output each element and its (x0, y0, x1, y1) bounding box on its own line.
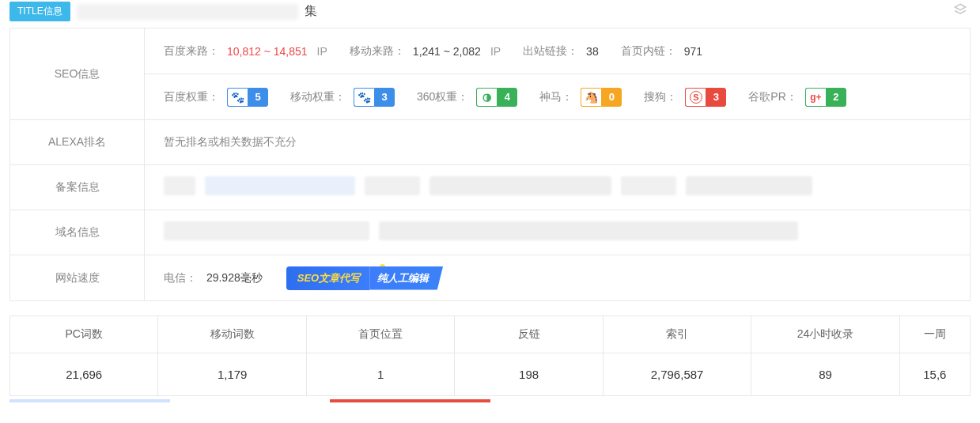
rank-value: 4 (497, 88, 517, 107)
stats-header-cell[interactable]: PC词数 (10, 316, 158, 353)
isp-label: 电信： (164, 271, 197, 284)
promo-badge[interactable]: SEO文章代写 纯人工编辑 (286, 266, 443, 290)
redacted-block (164, 221, 369, 240)
google-pr: 谷歌PR： g+ 2 (748, 88, 846, 107)
seo-section-label: SEO信息 (10, 28, 145, 119)
rank-value: 3 (374, 88, 395, 107)
stats-value-cell[interactable]: 198 (455, 353, 603, 395)
alexa-content: 暂无排名或相关数据不充分 (145, 120, 970, 164)
metric-label: 神马： (539, 90, 573, 104)
stats-header-cell[interactable]: 首页位置 (307, 316, 455, 353)
speed-metric: 电信： 29.928毫秒 (164, 271, 263, 285)
beian-row: 备案信息 (10, 165, 970, 210)
baidu-rank: 百度权重： 🐾 5 (164, 88, 268, 107)
ip-unit: IP (490, 45, 501, 58)
alexa-label: ALEXA排名 (10, 120, 145, 164)
redacted-block (379, 221, 798, 240)
metric-label: 出站链接： (523, 44, 578, 59)
redacted-block (429, 176, 611, 195)
stats-header-cell[interactable]: 一周 (900, 316, 970, 353)
tab-indicator[interactable] (9, 399, 170, 402)
q360-rank-badge[interactable]: ◑ 4 (476, 88, 517, 107)
tab-indicator[interactable] (330, 399, 490, 402)
title-suffix: 集 (305, 3, 317, 20)
stats-header-cell[interactable]: 移动词数 (158, 316, 306, 353)
baidu-traffic: 百度来路： 10,812 ~ 14,851 IP (164, 44, 327, 59)
metric-value: 10,812 ~ 14,851 (227, 45, 308, 58)
tab-indicator[interactable] (811, 399, 971, 402)
seo-row: SEO信息 百度来路： 10,812 ~ 14,851 IP 移动来路： 1,2… (10, 28, 970, 120)
tab-indicator[interactable] (650, 399, 811, 402)
q360-rank: 360权重： ◑ 4 (417, 88, 517, 107)
metric-label: 搜狗： (644, 90, 677, 104)
ip-unit: IP (317, 45, 327, 58)
speed-content: 电信： 29.928毫秒 SEO文章代写 纯人工编辑 (145, 255, 970, 300)
stats-value-cell[interactable]: 15,6 (900, 353, 970, 395)
speed-row: 网站速度 电信： 29.928毫秒 SEO文章代写 纯人工编辑 (10, 255, 970, 300)
stack-icon[interactable] (953, 2, 971, 21)
shenma-horse-icon: 🐴 (581, 88, 601, 107)
google-plus-icon: g+ (805, 88, 826, 107)
stats-value-cell[interactable]: 21,696 (10, 353, 158, 395)
baidu-paw-icon: 🐾 (227, 88, 248, 107)
outlinks: 出站链接： 38 (523, 44, 599, 59)
domain-content (145, 210, 970, 255)
sogou-icon: S (685, 88, 706, 107)
redacted-block (686, 176, 812, 195)
metric-label: 百度权重： (164, 90, 219, 104)
redacted-block (365, 176, 420, 195)
metric-label: 百度来路： (164, 44, 219, 59)
rank-value: 5 (248, 88, 268, 107)
seo-info-table: SEO信息 百度来路： 10,812 ~ 14,851 IP 移动来路： 1,2… (9, 28, 971, 301)
stats-value-cell[interactable]: 2,796,587 (604, 353, 751, 395)
metric-label: 移动权重： (290, 90, 346, 104)
seo-traffic-row: 百度来路： 10,812 ~ 14,851 IP 移动来路： 1,241 ~ 2… (145, 28, 970, 74)
tab-indicator[interactable] (490, 399, 651, 402)
alexa-text: 暂无排名或相关数据不充分 (164, 135, 297, 149)
mobile-rank: 移动权重： 🐾 3 (290, 88, 395, 107)
metric-value: 1,241 ~ 2,082 (413, 45, 481, 58)
rank-value: 2 (826, 88, 846, 107)
title-bar: TITLE信息 集 (0, 0, 980, 28)
stats-header-cell[interactable]: 反链 (455, 316, 603, 353)
rank-value: 0 (601, 88, 622, 107)
promo-text-left: SEO文章代写 (286, 266, 369, 290)
beian-label: 备案信息 (10, 165, 145, 210)
redacted-block (621, 176, 676, 195)
stats-header-cell[interactable]: 索引 (604, 316, 751, 353)
metric-value: 971 (684, 45, 702, 58)
stats-value-cell[interactable]: 89 (751, 353, 899, 395)
seo-rank-row: 百度权重： 🐾 5 移动权重： 🐾 3 360权重： (145, 74, 970, 119)
stats-value-cell[interactable]: 1 (307, 353, 455, 395)
stats-table: PC词数 移动词数 首页位置 反链 索引 24小时收录 一周 21,696 1,… (9, 315, 971, 396)
q360-icon: ◑ (476, 88, 497, 107)
metric-label: 首页内链： (621, 44, 676, 59)
tab-indicator[interactable] (170, 399, 331, 402)
domain-label: 域名信息 (10, 210, 145, 255)
sogou-rank-badge[interactable]: S 3 (685, 88, 726, 107)
google-pr-badge[interactable]: g+ 2 (805, 88, 846, 107)
baidu-rank-badge[interactable]: 🐾 5 (227, 88, 268, 107)
promo-text-right: 纯人工编辑 (369, 266, 443, 290)
metric-label: 谷歌PR： (748, 90, 796, 104)
mobile-rank-badge[interactable]: 🐾 3 (354, 88, 395, 107)
stats-value-cell[interactable]: 1,179 (158, 353, 306, 395)
speed-value: 29.928毫秒 (206, 271, 263, 284)
baidu-mobile-icon: 🐾 (354, 88, 374, 107)
shenma-rank: 神马： 🐴 0 (539, 88, 622, 107)
redacted-block (164, 176, 195, 195)
redacted-block (205, 176, 355, 195)
shenma-rank-badge[interactable]: 🐴 0 (581, 88, 622, 107)
metric-label: 移动来路： (350, 44, 405, 59)
alexa-row: ALEXA排名 暂无排名或相关数据不充分 (10, 120, 970, 165)
stats-value-row: 21,696 1,179 1 198 2,796,587 89 15,6 (10, 353, 970, 395)
metric-value: 38 (586, 45, 599, 58)
title-redacted (77, 4, 298, 20)
sogou-rank: 搜狗： S 3 (644, 88, 726, 107)
stats-header-cell[interactable]: 24小时收录 (751, 316, 899, 353)
homelinks: 首页内链： 971 (621, 44, 702, 59)
seo-content: 百度来路： 10,812 ~ 14,851 IP 移动来路： 1,241 ~ 2… (145, 28, 970, 119)
beian-content (145, 165, 970, 210)
metric-label: 360权重： (417, 90, 468, 104)
bottom-color-tabs (9, 399, 971, 402)
